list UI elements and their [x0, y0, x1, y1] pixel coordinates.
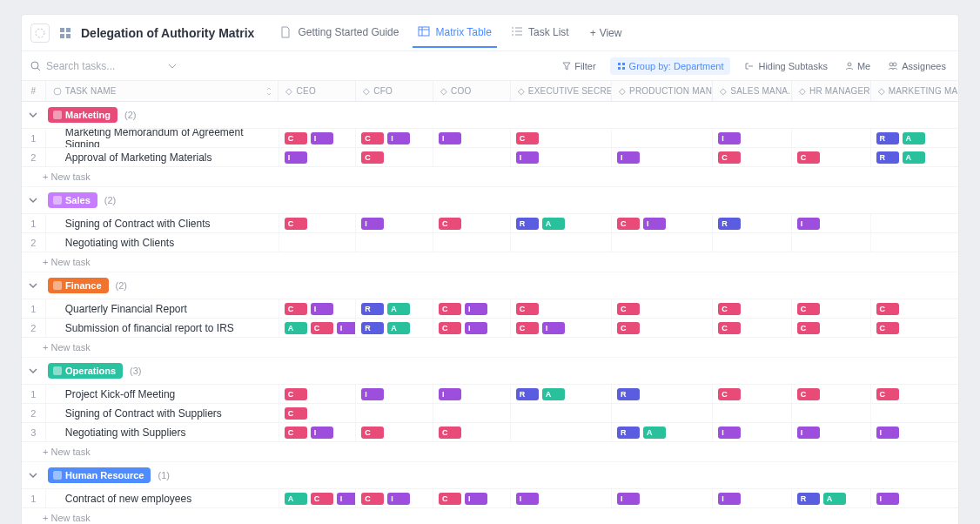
raci-tag[interactable]: I [797, 427, 820, 439]
raci-tag[interactable]: C [516, 132, 539, 144]
table-row[interactable]: 3Negotiating with SuppliersCICCRAIII [22, 423, 958, 442]
raci-tag[interactable]: R [617, 388, 640, 400]
role-cell[interactable] [612, 129, 713, 147]
role-cell[interactable] [511, 233, 612, 252]
chevron-down-icon[interactable] [29, 112, 41, 118]
raci-tag[interactable]: C [439, 322, 461, 334]
raci-tag[interactable]: I [311, 427, 333, 439]
tab-getting-started[interactable]: Getting Started Guide [275, 17, 404, 48]
role-cell[interactable] [279, 233, 357, 252]
task-name-cell[interactable]: Negotiating with Suppliers [46, 423, 279, 441]
role-cell[interactable]: I [792, 214, 871, 232]
role-cell[interactable]: CI [433, 299, 511, 318]
new-task-button[interactable]: + New task [22, 508, 958, 524]
raci-tag[interactable]: I [718, 493, 741, 505]
table-row[interactable]: 1Signing of Contract with ClientsCICRACI… [22, 214, 958, 233]
task-name-cell[interactable]: Project Kick-off Meeting [46, 385, 279, 403]
role-cell[interactable]: CI [433, 319, 511, 337]
task-name-cell[interactable]: Contract of new employees [46, 489, 279, 507]
raci-tag[interactable]: A [542, 218, 565, 230]
col-header-hr-manager[interactable]: ◇HR MANAGER [792, 81, 871, 101]
raci-tag[interactable]: R [797, 493, 820, 505]
raci-tag[interactable]: C [797, 151, 820, 164]
raci-tag[interactable]: I [516, 493, 539, 505]
task-name-cell[interactable]: Submission of financial report to IRS [46, 319, 279, 337]
chevron-down-icon[interactable] [29, 198, 41, 203]
raci-tag[interactable]: C [361, 493, 384, 505]
role-cell[interactable]: CI [511, 319, 612, 337]
col-header-cfo[interactable]: ◇CFO [356, 81, 433, 101]
role-cell[interactable]: C [279, 214, 357, 232]
role-cell[interactable]: I [356, 214, 433, 232]
role-cell[interactable]: ACI [279, 489, 357, 507]
role-cell[interactable]: I [433, 129, 511, 147]
assignees-button[interactable]: Assignees [884, 58, 950, 74]
table-row[interactable]: 1Project Kick-off MeetingCIIRARCCC [22, 385, 958, 404]
role-cell[interactable]: C [713, 148, 792, 166]
col-header-task-name[interactable]: TASK NAME [46, 81, 279, 101]
col-header-coo[interactable]: ◇COO [433, 81, 511, 101]
raci-tag[interactable]: I [797, 218, 820, 230]
raci-tag[interactable]: A [903, 132, 925, 144]
raci-tag[interactable]: A [903, 151, 925, 164]
col-header-num[interactable]: # [22, 81, 46, 101]
raci-tag[interactable]: R [876, 151, 899, 164]
raci-tag[interactable]: I [387, 493, 410, 505]
raci-tag[interactable]: R [361, 322, 384, 334]
search-input[interactable] [46, 60, 159, 72]
role-cell[interactable]: R [713, 214, 792, 232]
table-row[interactable]: 2Approval of Marketing MaterialsICIICCRA [22, 148, 958, 167]
role-cell[interactable] [792, 129, 871, 147]
role-cell[interactable]: RA [612, 423, 713, 441]
role-cell[interactable]: ACI [279, 319, 357, 337]
role-cell[interactable]: C [433, 214, 511, 232]
raci-tag[interactable]: I [876, 427, 899, 439]
role-cell[interactable] [871, 404, 958, 422]
group-by-button[interactable]: Group by: Department [610, 57, 731, 75]
role-cell[interactable]: I [511, 148, 612, 166]
raci-tag[interactable]: A [387, 303, 410, 315]
raci-tag[interactable]: C [516, 303, 539, 315]
role-cell[interactable]: RA [871, 129, 958, 147]
raci-tag[interactable]: A [823, 493, 846, 505]
task-name-cell[interactable]: Quarterly Financial Report [46, 299, 279, 318]
raci-tag[interactable]: A [285, 493, 307, 505]
chevron-down-icon[interactable] [29, 368, 41, 373]
role-cell[interactable]: C [871, 299, 958, 318]
me-button[interactable]: Me [842, 58, 874, 74]
add-view-button[interactable]: + View [587, 24, 626, 43]
raci-tag[interactable]: C [361, 151, 384, 164]
role-cell[interactable] [433, 404, 511, 422]
raci-tag[interactable]: C [285, 427, 307, 439]
raci-tag[interactable]: C [311, 493, 333, 505]
role-cell[interactable]: C [433, 423, 511, 441]
role-cell[interactable]: CI [279, 299, 357, 318]
role-cell[interactable]: CI [356, 489, 433, 507]
raci-tag[interactable]: I [465, 322, 487, 334]
role-cell[interactable]: I [612, 489, 713, 507]
app-launcher-button[interactable] [30, 24, 50, 43]
role-cell[interactable]: R [612, 385, 713, 403]
role-cell[interactable]: RA [356, 319, 433, 337]
role-cell[interactable]: I [511, 489, 612, 507]
raci-tag[interactable]: I [337, 322, 357, 334]
raci-tag[interactable]: I [465, 303, 487, 315]
role-cell[interactable] [871, 233, 958, 252]
filter-button[interactable]: Filter [559, 58, 599, 74]
raci-tag[interactable]: A [387, 322, 410, 334]
role-cell[interactable]: C [792, 148, 871, 166]
raci-tag[interactable]: C [718, 303, 741, 315]
role-cell[interactable]: C [792, 299, 871, 318]
table-row[interactable]: 1Quarterly Financial ReportCIRACICCCCC [22, 299, 958, 319]
new-task-button[interactable]: + New task [22, 167, 958, 187]
raci-tag[interactable]: I [876, 493, 899, 505]
role-cell[interactable] [433, 233, 511, 252]
raci-tag[interactable]: C [876, 322, 899, 334]
raci-tag[interactable]: C [718, 322, 741, 334]
role-cell[interactable] [792, 404, 871, 422]
raci-tag[interactable]: I [718, 132, 741, 144]
role-cell[interactable] [713, 233, 792, 252]
raci-tag[interactable]: C [516, 322, 539, 334]
col-header-exec-secretary[interactable]: ◇EXECUTIVE SECRETARY [511, 81, 612, 101]
raci-tag[interactable]: R [361, 303, 384, 315]
